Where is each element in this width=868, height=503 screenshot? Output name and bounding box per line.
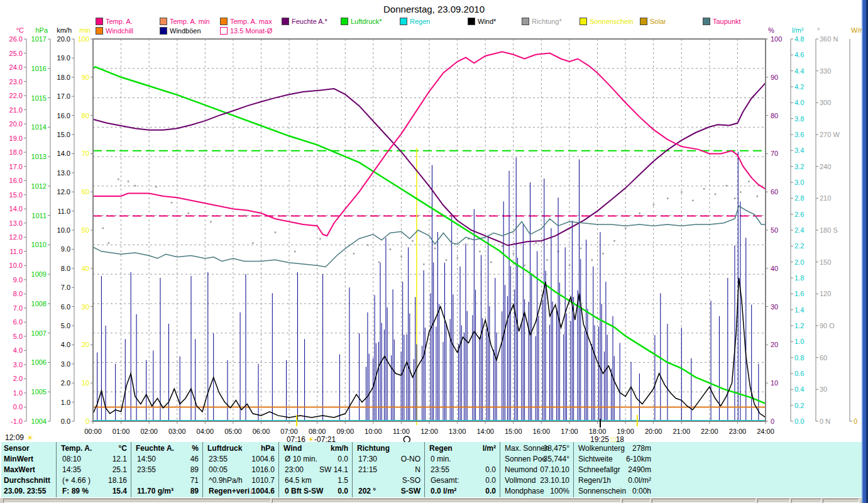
table-column-divider <box>278 442 279 497</box>
info-label: Regen/1h <box>578 476 611 485</box>
table-header: Feuchte A. <box>136 444 174 453</box>
info-label: Vollmond <box>505 476 536 485</box>
axis-tick-label: 90 <box>771 74 778 81</box>
info-value: 23.10.10 <box>540 476 569 485</box>
axis-tick-label: 7.0 <box>13 304 23 312</box>
axis-tick-label: 4.0 <box>61 341 70 348</box>
x-axis-label: 03:00 <box>168 428 186 435</box>
axis-tick-label: 4.2 <box>794 83 804 91</box>
axis-tick-label: 8.0 <box>61 265 70 272</box>
axis-tick-label: 4.0 <box>794 99 804 106</box>
axis-tick-label: 26.0 <box>9 35 23 43</box>
axis-tick-label: 1.2 <box>794 322 804 329</box>
info-label: Sonnenschein <box>578 487 626 495</box>
weather-chart-plot[interactable]: 26.025.024.023.022.021.020.019.018.017.0… <box>0 0 868 446</box>
table-cell-value: 0.0 <box>485 476 496 485</box>
axis-tick-label: 70 <box>771 150 778 157</box>
axis-tick-label: 330 <box>820 67 831 75</box>
axis-tick-label: 2.0 <box>61 379 70 387</box>
axis-tick-label: 0 <box>85 417 89 425</box>
app-window: Donnerstag, 23.09.2010 Temp. A.Temp. A. … <box>0 0 868 503</box>
table-header-unit: km/h <box>331 444 348 453</box>
table-cell-label: 23:55 <box>137 465 156 474</box>
axis-tick-label: 3.0 <box>13 361 23 368</box>
x-axis-label: 06:00 <box>253 428 270 435</box>
x-axis-label: 19:00 <box>617 428 634 435</box>
axis-: 1009080706050403020100% <box>766 26 782 425</box>
x-axis-label: 11:00 <box>393 428 410 435</box>
x-axis-label: 18:00 <box>589 428 607 435</box>
axis-tick-label: 2.2 <box>794 242 804 250</box>
table-row-label: 23.09. 23:55 <box>4 487 46 495</box>
info-label: Sichtweite <box>578 455 613 463</box>
x-axis-label: 16:00 <box>533 428 551 435</box>
x-axis-label: 20:00 <box>645 428 662 435</box>
x-axis-label: 17:00 <box>561 428 578 435</box>
table-column-divider <box>131 442 131 497</box>
table-cell-label: 64.5 km <box>285 476 312 485</box>
axis-tick-label: 1.0 <box>61 399 70 406</box>
x-axis-label: 12:00 <box>420 428 438 435</box>
table-column-divider <box>573 442 574 497</box>
x-axis-label: 14:00 <box>476 428 494 435</box>
table-cell-label: 11.70 g/m³ <box>137 487 173 495</box>
axis-tick-label: 10 <box>771 379 778 387</box>
axis-tick-label: 0 <box>771 417 774 425</box>
x-axis-label: 09:00 <box>336 428 354 435</box>
axis-tick-label: 2.8 <box>794 194 804 202</box>
table-cell-value: 12.1 <box>113 455 127 463</box>
info-value: 278m <box>632 444 651 453</box>
axis-tick-label: 14.0 <box>57 150 70 157</box>
table-cell-value: 71 <box>190 476 199 485</box>
x-axis-label: 05:00 <box>224 428 242 435</box>
axis-tick-label: 1015 <box>31 94 47 102</box>
info-label: Max. Sonnen <box>505 444 549 453</box>
x-axis-label: 21:00 <box>673 428 690 435</box>
axis-tick-label: 300 <box>820 99 831 106</box>
table-cell-value: 18.16 <box>108 476 127 485</box>
axis-tick-label: 3.2 <box>794 163 804 170</box>
x-axis-label: 24:00 <box>757 428 774 435</box>
table-cell-value: 25.1 <box>113 465 127 474</box>
info-label: Wolkenunterg <box>578 444 625 453</box>
axis-tick-label: 2.4 <box>794 226 804 234</box>
table-column-divider <box>202 442 203 497</box>
axis-tick-label: 6.0 <box>61 303 70 311</box>
table-column-divider <box>500 442 500 497</box>
axis-tick-label: 210 <box>820 194 831 202</box>
table-header-unit: hPa <box>261 444 275 453</box>
axis-tick-label: 50 <box>771 226 778 234</box>
axis-tick-label: 50 <box>82 226 89 234</box>
axis-tick-label: 3.0 <box>61 360 70 368</box>
x-axis-label: 23:00 <box>729 428 747 435</box>
axis-tick-label: 0 N <box>820 417 830 425</box>
axis-tick-label: 3.0 <box>794 179 804 186</box>
table-column-divider <box>352 442 353 497</box>
axis-tick-label: 0.8 <box>794 354 804 362</box>
axis-tick-label: 1.8 <box>794 274 804 282</box>
axis-tick-label: 9.0 <box>61 245 70 253</box>
axis-tick-label: 240 <box>820 163 831 170</box>
axis-tick-label: 7.0 <box>61 284 70 291</box>
x-axis-label: 15:00 <box>505 428 522 435</box>
axis-tick-label: 1.4 <box>794 306 804 314</box>
table-header-unit: l/m² <box>483 444 496 453</box>
axis-: 360 N330300270 W240210180 S15012090 O603… <box>816 26 840 425</box>
axis-tick-label: 1006 <box>31 358 47 366</box>
stats-table: SensorMinWertMaxWertDurchschnitt23.09. 2… <box>1 442 862 497</box>
axis-tick-label: 30 <box>82 303 89 311</box>
table-cell-value: 0.0 <box>338 455 348 463</box>
axis-tick-label: 1013 <box>31 153 47 160</box>
axis-tick-label: 20 <box>771 341 778 348</box>
table-cell-value: O-NO <box>401 455 420 463</box>
table-header-unit: °C <box>119 444 127 453</box>
axis-tick-label: 0.2 <box>794 402 804 409</box>
axis-unit-label: % <box>768 26 774 34</box>
axis-tick-label: 24.0 <box>9 64 23 71</box>
axis-tick-label: 1008 <box>31 300 47 307</box>
day-length-label: 12:09 <box>5 433 24 442</box>
axis-tick-label: 3.4 <box>794 146 804 154</box>
axis-tick-label: 11.0 <box>9 248 23 255</box>
axis-tick-label: 270 W <box>820 131 840 138</box>
status-bar <box>0 497 862 503</box>
